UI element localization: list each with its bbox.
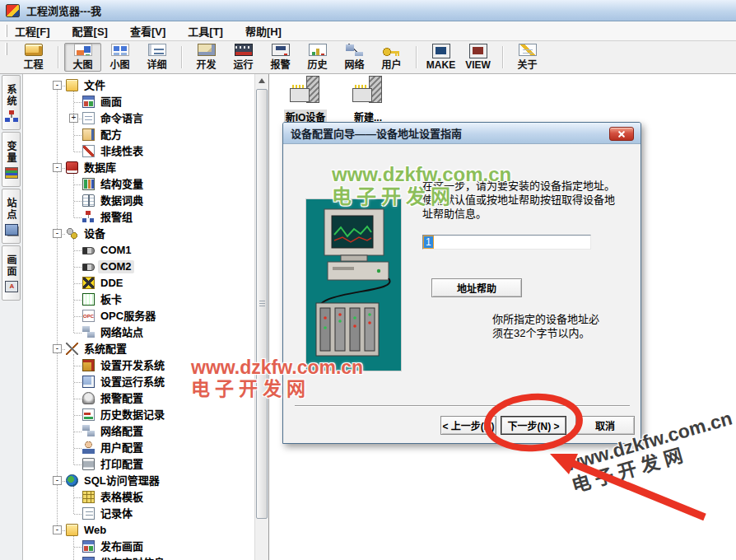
menu-grip	[5, 25, 7, 37]
tree-item[interactable]: DDE	[23, 275, 254, 292]
tree-item[interactable]: 非线性表	[23, 143, 254, 160]
toolbar-button-label: 报警	[270, 57, 290, 71]
menu-item[interactable]: 工程[F]	[15, 23, 50, 39]
tree-item-label: 网络配置	[98, 425, 146, 438]
tree-item[interactable]: -数据库	[23, 160, 254, 176]
alarm-config-icon	[82, 392, 95, 404]
toolbar: 工程大图小图详细开发运行报警历史网络用户MAKEVIEW关于	[0, 41, 736, 74]
expand-minus-box[interactable]: -	[53, 344, 62, 353]
tree-item[interactable]: COM2	[23, 259, 254, 275]
io-device-icon	[288, 76, 323, 104]
view-icon	[469, 44, 487, 58]
tree-item[interactable]: 报警组	[23, 209, 254, 226]
instruction-line: 使用默认值或按地址帮助按钮取得设备地	[422, 193, 628, 207]
sidebar-tab-system[interactable]: 系统	[2, 75, 21, 130]
back-button[interactable]: < 上一步(B)	[440, 416, 496, 435]
address-help-button[interactable]: 地址帮助	[431, 278, 522, 297]
script-icon	[82, 112, 95, 124]
run-icon	[235, 44, 253, 56]
toolbar-button-label: 关于	[517, 57, 537, 71]
tree-item-label: 命令语言	[98, 112, 146, 125]
tree-item-label: 设置运行系统	[98, 376, 167, 389]
toolbar-button-about[interactable]: 关于	[509, 43, 546, 72]
toolbar-button-label: 小图	[109, 57, 129, 71]
tree-item[interactable]: 记录体	[23, 506, 254, 522]
close-icon[interactable]	[609, 127, 634, 141]
nonlinear-icon	[82, 145, 95, 157]
cancel-button[interactable]: 取消	[575, 416, 635, 435]
menu-item[interactable]: 查看[V]	[130, 23, 165, 39]
toolbar-button-large-icons[interactable]: 大图	[64, 43, 101, 72]
toolbar-button-project-folder[interactable]: 工程	[15, 43, 52, 72]
menu-item[interactable]: 工具[T]	[188, 23, 223, 39]
tree-item[interactable]: 表格模板	[23, 489, 254, 506]
next-button[interactable]: 下一步(N) >	[501, 416, 566, 435]
toolbar-button-label: 大图	[72, 57, 92, 71]
tree-item[interactable]: 板卡	[23, 292, 254, 308]
expand-minus-box[interactable]: -	[53, 81, 62, 90]
scrollbar-up-arrow[interactable]	[255, 74, 268, 88]
expand-minus-box[interactable]: -	[53, 525, 62, 534]
history-icon	[309, 44, 327, 56]
menu-item[interactable]: 配置[S]	[72, 23, 108, 39]
device-icon[interactable]: 新建...	[338, 76, 398, 124]
tree-item[interactable]: 结构变量	[23, 176, 254, 193]
tree-item[interactable]: +命令语言	[23, 110, 254, 127]
tree-item[interactable]: 报警配置	[23, 390, 254, 407]
tree-item[interactable]: -SQL访问管理器	[23, 473, 254, 489]
tree-connector	[74, 316, 82, 317]
board-icon	[82, 293, 95, 306]
toolbar-button-alarm[interactable]: 报警	[262, 43, 299, 72]
tree-item[interactable]: 用户配置	[23, 440, 254, 456]
expand-minus-box[interactable]: -	[53, 163, 62, 172]
computer-illustration	[306, 199, 401, 371]
sidebar-tab-variables[interactable]: 变量	[2, 132, 21, 187]
device-icon[interactable]: 新IO设备	[276, 76, 335, 124]
sidebar-tab-screen[interactable]: 画面	[2, 245, 21, 301]
tree-item[interactable]: -设备	[23, 226, 254, 242]
tree-connector	[74, 382, 82, 383]
toolbar-button-make[interactable]: MAKE	[422, 43, 459, 72]
tree-item[interactable]: -Web	[23, 522, 254, 539]
tree-item[interactable]: 打印配置	[23, 456, 254, 473]
tree-item-label: 配方	[98, 128, 124, 142]
sidebar-tab-label: 系统	[4, 84, 18, 107]
menu-item[interactable]: 帮助[H]	[245, 23, 282, 39]
expand-minus-box[interactable]: -	[53, 229, 62, 238]
toolbar-button-label: 用户	[381, 57, 401, 71]
tree-item[interactable]: 设置开发系统	[23, 357, 254, 374]
toolbar-button-view[interactable]: VIEW	[459, 43, 496, 72]
toolbar-grip	[5, 43, 7, 55]
tree-item[interactable]: 数据词典	[23, 193, 254, 209]
instruction-line: 在这一步，请为要安装的设备指定地址。	[422, 179, 628, 193]
toolbar-button-run[interactable]: 运行	[225, 43, 262, 72]
tree-scrollbar[interactable]	[254, 74, 268, 560]
sidebar-tab-station[interactable]: 站点	[2, 189, 21, 244]
tree-item[interactable]: 网络配置	[23, 423, 254, 440]
alarm-group-icon	[82, 211, 95, 223]
tree-item[interactable]: -文件	[23, 77, 254, 94]
toolbar-button-history[interactable]: 历史	[299, 43, 336, 72]
toolbar-separator	[181, 46, 182, 68]
tree-item[interactable]: 画面	[23, 94, 254, 110]
toolbar-button-develop[interactable]: 开发	[188, 43, 225, 72]
toolbar-button-user-key[interactable]: 用户	[373, 43, 410, 72]
tree-item-label: 文件	[82, 79, 108, 92]
opc-icon	[82, 310, 95, 322]
tree-item[interactable]: 发布画面	[23, 539, 254, 555]
tree-item[interactable]: 设置运行系统	[23, 374, 254, 390]
toolbar-button-details-list[interactable]: 详细	[138, 43, 175, 72]
tree-item[interactable]: 配方	[23, 127, 254, 143]
tree-item[interactable]: 历史数据记录	[23, 407, 254, 423]
toolbar-button-small-icons[interactable]: 小图	[101, 43, 138, 72]
tree-item[interactable]: 发布实时信息	[23, 555, 254, 560]
scrollbar-thumb[interactable]	[256, 89, 268, 519]
tree-item[interactable]: -系统配置	[23, 341, 254, 357]
expand-minus-box[interactable]: -	[53, 476, 62, 485]
toolbar-button-network[interactable]: 网络	[336, 43, 373, 72]
device-address-input[interactable]: 1	[422, 235, 591, 250]
expand-plus-box[interactable]: +	[69, 114, 78, 123]
tree-item[interactable]: OPC服务器	[23, 308, 254, 324]
tree-item[interactable]: 网络站点	[23, 324, 254, 341]
tree-item[interactable]: COM1	[23, 242, 254, 259]
